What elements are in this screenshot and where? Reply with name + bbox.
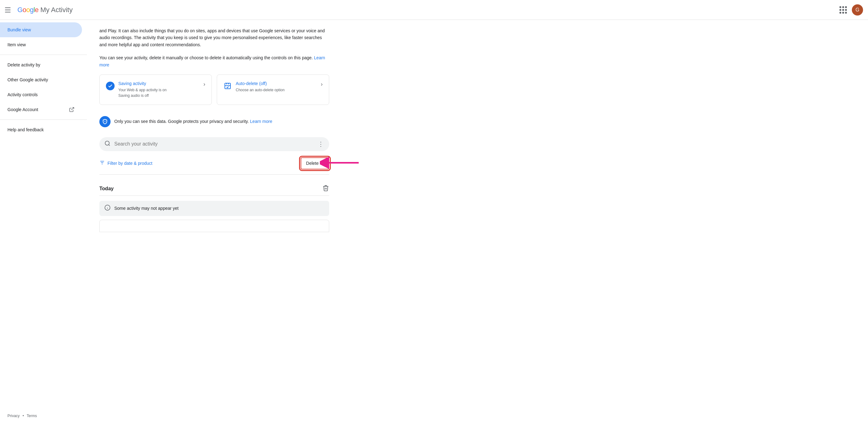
sidebar-item-bundle-view[interactable]: Bundle view [0,22,82,37]
sidebar-divider-1 [0,55,87,55]
sidebar-label-activity-controls: Activity controls [7,92,38,97]
sidebar-label-help-feedback: Help and feedback [7,127,44,132]
shield-icon [99,116,111,127]
filter-label[interactable]: Filter by date & product [107,161,153,166]
auto-delete-card[interactable]: Auto-delete (off) Choose an auto-delete … [217,74,329,105]
intro-paragraph-2: You can see your activity, delete it man… [99,54,329,68]
auto-delete-title: Auto-delete (off) [236,81,317,86]
delete-button-label: Delete [306,161,319,166]
saving-activity-check-icon [106,82,115,90]
sidebar-label-google-account: Google Account [7,107,38,112]
sidebar-label-delete-activity: Delete activity by [7,62,40,67]
today-section-header: Today [99,180,329,196]
svg-point-7 [105,141,109,145]
sidebar-item-help-feedback[interactable]: Help and feedback [0,122,82,137]
auto-delete-desc: Choose an auto-delete option [236,87,317,93]
header-left: Google My Activity [5,6,73,14]
external-link-icon [69,107,74,112]
saving-activity-chevron-icon: › [204,81,205,88]
auto-delete-clock-icon [223,82,232,90]
saving-activity-title: Saving activity [118,81,200,86]
info-banner-text: Some activity may not appear yet [114,206,179,211]
info-banner: Some activity may not appear yet [99,201,329,216]
logo-area: Google My Activity [18,6,73,14]
privacy-notice-text: Only you can see this data. Google prote… [114,118,272,125]
saving-activity-desc: Your Web & app activity is on Saving aud… [118,87,200,98]
partial-activity-card [99,220,329,232]
search-icon [104,140,111,148]
filter-row: Filter by date & product Delete ▾ [99,155,329,175]
sidebar-divider-2 [0,120,87,120]
svg-line-0 [71,107,74,110]
page-layout: Bundle view Item view Delete activity by… [0,20,868,239]
filter-icon [99,160,105,167]
sidebar-label-bundle-view: Bundle view [7,27,31,32]
header-right: G [837,4,863,16]
sidebar-item-google-account[interactable]: Google Account [0,102,82,117]
privacy-notice: Only you can see this data. Google prote… [99,111,329,132]
more-options-icon[interactable]: ⋮ [318,140,324,148]
sidebar-label-item-view: Item view [7,42,26,47]
sidebar-label-other-google-activity: Other Google activity [7,77,48,82]
saving-activity-card[interactable]: Saving activity Your Web & app activity … [99,74,212,105]
today-section-title: Today [99,186,114,192]
activity-cards: Saving activity Your Web & app activity … [99,74,329,105]
sidebar: Bundle view Item view Delete activity by… [0,20,87,239]
main-content: and Play. It can also include things tha… [87,20,342,239]
auto-delete-chevron-icon: › [321,81,323,88]
sidebar-item-other-google-activity[interactable]: Other Google activity [0,72,82,87]
sidebar-item-delete-activity[interactable]: Delete activity by [0,57,82,72]
app-title: My Activity [40,6,73,14]
auto-delete-content: Auto-delete (off) Choose an auto-delete … [236,81,317,93]
delete-button-area: Delete ▾ [301,157,329,169]
info-icon [104,204,111,212]
svg-line-8 [109,144,110,146]
search-input[interactable] [114,141,314,147]
intro-paragraph-1: and Play. It can also include things tha… [99,27,329,48]
today-delete-icon[interactable] [322,185,329,193]
apps-icon[interactable] [837,4,849,16]
app-header: Google My Activity G [0,0,868,20]
sidebar-item-item-view[interactable]: Item view [0,37,82,52]
avatar[interactable]: G [852,4,863,15]
google-logo: Google [18,6,38,14]
pink-arrow-annotation [320,157,360,170]
sidebar-item-activity-controls[interactable]: Activity controls [0,87,82,102]
search-bar[interactable]: ⋮ [99,137,329,151]
privacy-learn-more-link[interactable]: Learn more [250,119,272,124]
saving-activity-content: Saving activity Your Web & app activity … [118,81,200,98]
hamburger-icon[interactable] [5,6,12,14]
filter-left: Filter by date & product [99,160,153,167]
